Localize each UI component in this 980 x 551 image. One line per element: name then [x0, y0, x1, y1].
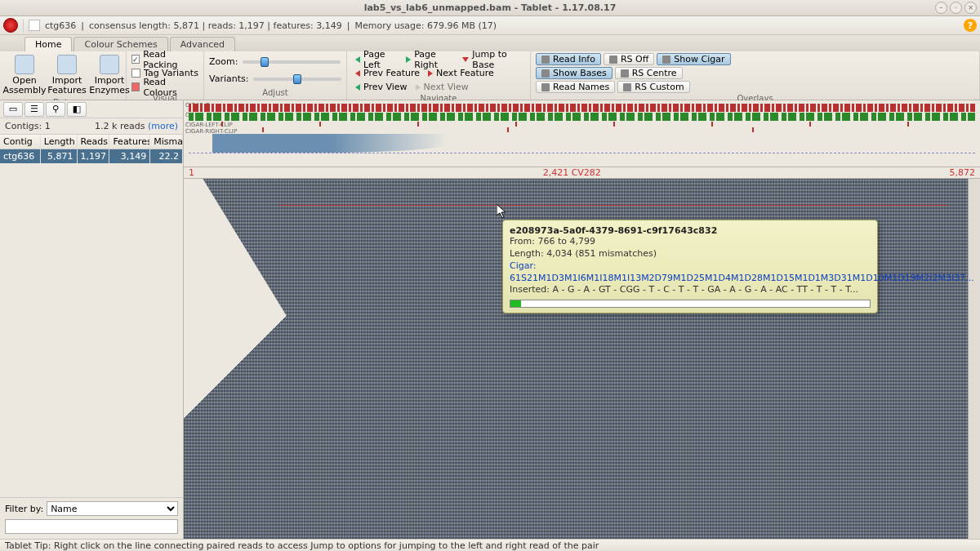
contigs-count: Contigs: 1	[5, 121, 51, 131]
maximize-icon[interactable]: ◦	[950, 2, 962, 14]
folder-icon	[15, 55, 34, 74]
sidebar: ▭ ☰ ⚲ ◧ Contigs: 1 1.2 k reads (more) Co…	[0, 100, 184, 539]
group-label: Adjust	[209, 87, 341, 98]
sidebar-tab-contigs[interactable]: ▭	[3, 102, 23, 117]
ruler-mid: 2,421 CV282	[543, 167, 601, 178]
filter-label: Filter by:	[5, 504, 43, 514]
table-row[interactable]: ctg636 5,871 1,197 3,149 22.2	[0, 149, 183, 163]
open-assembly-button[interactable]: Open Assembly	[5, 53, 44, 97]
show-bases-toggle[interactable]: Show Bases	[536, 67, 612, 79]
read-tooltip: e208973a-5a0f-4379-8691-c9f17643c832 Fro…	[502, 220, 878, 313]
filter-mode-select[interactable]: Name	[47, 501, 178, 516]
window-titlebar: lab5_vs_lab6_unmapped.bam - Tablet - 1.1…	[0, 0, 980, 16]
ribbon: Open Assembly Import Features Import Enz…	[0, 51, 980, 100]
filter-input[interactable]	[5, 519, 178, 534]
checkbox-icon	[131, 69, 140, 78]
current-contig: ctg636	[45, 20, 76, 31]
reads-count: 1.2 k reads	[95, 121, 145, 131]
read-names-toggle[interactable]: Read Names	[536, 81, 615, 93]
vertical-scrollbar[interactable]	[968, 179, 980, 539]
tooltip-progress	[510, 300, 871, 308]
dot-icon	[623, 83, 631, 91]
prev-feature-button[interactable]: Prev Feature	[352, 67, 423, 79]
rs-off-toggle[interactable]: RS Off	[604, 53, 654, 65]
page-right-button[interactable]: Page Right	[403, 53, 457, 65]
ruler[interactable]: 1 2,421 CV282 5,872	[184, 167, 980, 179]
show-cigar-toggle[interactable]: Show Cigar	[657, 53, 730, 65]
rs-centre-toggle[interactable]: RS Centre	[615, 67, 683, 79]
table-header[interactable]: Contig Length Reads Features Mismat...	[0, 135, 183, 149]
close-icon[interactable]: ×	[964, 2, 977, 14]
status-tip: Tablet Tip: Right click on the line conn…	[0, 539, 980, 551]
tooltip-cigar: Cigar: 61S21M1D3M1I6M1I18M1I13M2D79M1D25…	[510, 260, 871, 285]
minimize-icon[interactable]: –	[935, 2, 947, 14]
bases-icon	[541, 69, 550, 78]
quickbar: ctg636 | consensus length: 5,871 | reads…	[0, 16, 980, 35]
tooltip-inserted: Inserted: A - G - A - GT - CGG - T - C -…	[510, 284, 871, 296]
zoom-slider[interactable]: Zoom:	[209, 56, 341, 68]
import-enzymes-button[interactable]: Import Enzymes	[90, 53, 129, 97]
read-colours-button[interactable]: Read Colours	[131, 81, 198, 93]
next-view-button[interactable]: Next View	[412, 81, 472, 93]
next-feature-button[interactable]: Next Feature	[425, 67, 497, 79]
rs-custom-toggle[interactable]: RS Custom	[617, 81, 689, 93]
coverage-plot	[189, 134, 975, 153]
checkbox-on-icon	[131, 55, 140, 64]
jump-to-base-button[interactable]: Jump to Base	[459, 53, 525, 65]
info-icon	[541, 56, 550, 64]
palette-icon	[131, 82, 140, 91]
reads-canvas[interactable]: e208973a-5a0f-4379-8691-c9f17643c832 Fro…	[184, 179, 980, 539]
read-packing-toggle[interactable]: Read Packing	[131, 53, 198, 65]
import-features-button[interactable]: Import Features	[47, 53, 87, 97]
tooltip-length: Length: 4,034 (851 mismatches)	[510, 248, 871, 260]
page-left-button[interactable]: Page Left	[352, 53, 401, 65]
tooltip-range: From: 766 to 4,799	[510, 236, 871, 248]
import-icon	[57, 55, 77, 74]
ruler-end: 5,872	[949, 167, 975, 178]
cigar-icon	[662, 56, 670, 64]
viewer: CIGAR-G CIGAR-I CIGAR-LEFT-CLIP CIGAR-RI…	[184, 100, 980, 539]
ruler-start: 1	[189, 167, 194, 178]
dot-icon	[621, 69, 629, 78]
tab-home[interactable]: Home	[24, 37, 72, 51]
highlighted-read	[279, 205, 948, 206]
sidebar-tab-other[interactable]: ◧	[67, 102, 87, 117]
read-info-toggle[interactable]: Read Info	[536, 53, 601, 65]
sidebar-tab-features[interactable]: ☰	[24, 102, 44, 117]
variants-slider[interactable]: Variants:	[209, 73, 341, 85]
sidebar-tab-search[interactable]: ⚲	[46, 102, 65, 117]
file-icon[interactable]	[29, 20, 40, 31]
tooltip-read-id: e208973a-5a0f-4379-8691-c9f17643c832	[510, 225, 871, 236]
memory-text: Memory usage: 679.96 MB (17)	[354, 20, 497, 31]
app-logo-icon[interactable]	[3, 18, 18, 33]
stats-text: consensus length: 5,871 | reads: 1,197 |…	[89, 20, 342, 31]
overview-panel[interactable]: CIGAR-G CIGAR-I CIGAR-LEFT-CLIP CIGAR-RI…	[184, 100, 980, 167]
dot-icon	[609, 56, 617, 64]
import-icon	[100, 55, 119, 74]
help-icon[interactable]: ?	[964, 19, 977, 32]
window-title: lab5_vs_lab6_unmapped.bam - Tablet - 1.1…	[364, 2, 617, 13]
names-icon	[541, 83, 550, 91]
prev-view-button[interactable]: Prev View	[352, 81, 411, 93]
more-link[interactable]: (more)	[148, 121, 178, 131]
